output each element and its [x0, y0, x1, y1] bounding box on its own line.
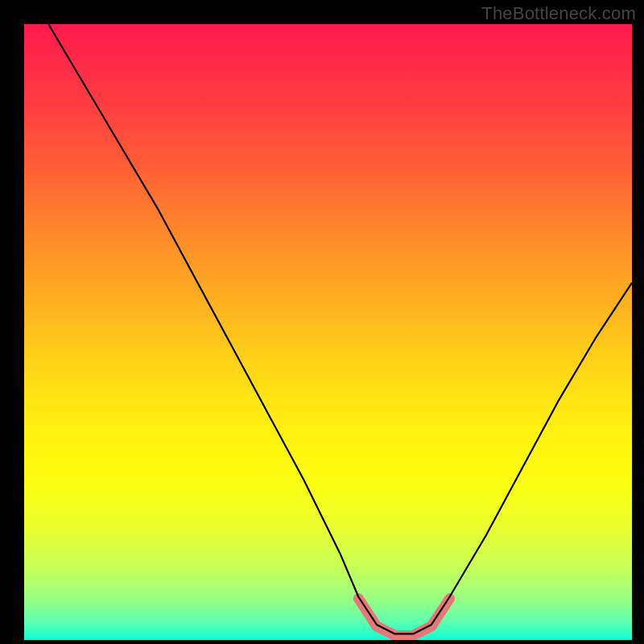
chart-area — [24, 24, 632, 640]
chart-svg — [24, 24, 632, 640]
bottleneck-curve-path — [48, 24, 632, 634]
watermark-text: TheBottleneck.com — [481, 3, 636, 24]
